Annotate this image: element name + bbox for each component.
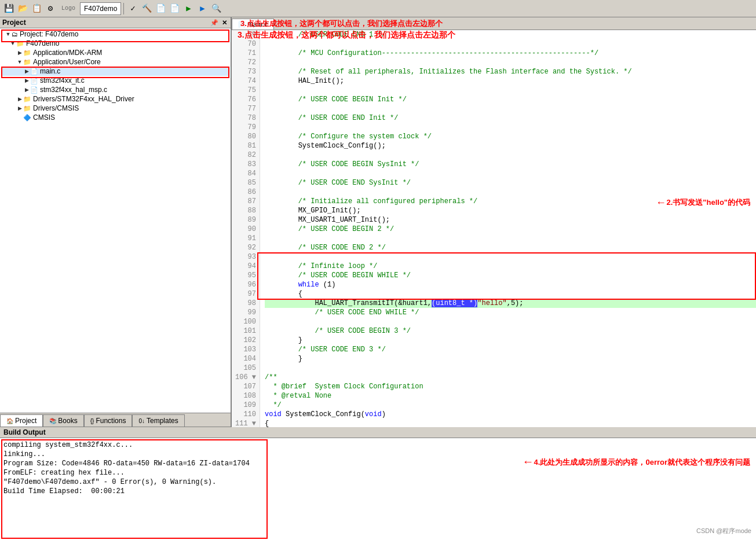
toolbar-btn-arrow-green[interactable]: ▶ xyxy=(182,2,195,15)
line-num-99: 99 xyxy=(235,308,256,317)
tree-item-main-c[interactable]: ▶ 📄 main.c xyxy=(1,67,229,76)
code-line-90[interactable]: /* USER CODE BEGIN 2 */ xyxy=(265,225,756,234)
code-line-88[interactable]: MX_GPIO_Init(); xyxy=(265,206,756,215)
code-line-89[interactable]: MX_USART1_UART_Init(); xyxy=(265,215,756,225)
code-line-77[interactable] xyxy=(265,104,756,113)
toolbar-btn-pages[interactable]: 📄 xyxy=(154,2,167,15)
code-line-104[interactable]: } xyxy=(265,354,756,363)
tab-functions[interactable]: {} Functions xyxy=(84,414,133,427)
tab-templates[interactable]: 0↓ Templates xyxy=(132,414,184,427)
code-line-99[interactable]: /* USER CODE END WHILE */ xyxy=(265,308,756,317)
toolbar-btn-logo[interactable]: Logo xyxy=(58,2,79,15)
toolbar-btn-build[interactable]: 🔨 xyxy=(140,2,153,15)
build-output-panel: Build Output compiling system_stm32f4xx.… xyxy=(0,427,756,540)
drv-cmsis-label: Drivers/CMSIS xyxy=(33,104,79,112)
code-line-106[interactable]: /** xyxy=(265,373,756,382)
code-line-95[interactable]: /* USER CODE BEGIN WHILE */ xyxy=(265,271,756,280)
tab-books[interactable]: 📚 Books xyxy=(43,414,83,427)
toolbar-btn-save[interactable]: 💾 xyxy=(2,2,15,15)
line-num-71: 71 xyxy=(235,49,256,58)
code-line-103[interactable]: /* USER CODE END 3 */ xyxy=(265,345,756,354)
toolbar-btn-gear[interactable]: ⚙ xyxy=(44,2,57,15)
tree-item-mdk-arm[interactable]: ▶ 📁 Application/MDK-ARM xyxy=(1,48,229,57)
tree-item-cmsis[interactable]: 🔷 CMSIS xyxy=(1,113,229,122)
code-line-74[interactable]: HAL_Init(); xyxy=(265,76,756,86)
code-line-97[interactable]: { xyxy=(265,289,756,299)
line-numbers: 69 70 71 72 73 74 75 76 77 78 79 80 81 8… xyxy=(232,30,260,427)
code-line-69[interactable]: /* USER CODE END 1 */ xyxy=(265,30,756,39)
code-area[interactable]: 69 70 71 72 73 74 75 76 77 78 79 80 81 8… xyxy=(232,30,756,427)
code-line-78[interactable]: /* USER CODE END Init */ xyxy=(265,113,756,123)
line-num-109: 109 xyxy=(235,401,256,410)
toolbar-btn-checkmark[interactable]: ✓ xyxy=(126,2,139,15)
tree-item-project-root[interactable]: ▼ 🗂 Project: F407demo xyxy=(1,30,229,39)
code-line-107[interactable]: * @brief System Clock Configuration xyxy=(265,382,756,391)
tab-templates-label: Templates xyxy=(147,417,178,425)
line-num-111: 111 ▼ xyxy=(235,419,256,427)
project-name-field[interactable]: F407demo xyxy=(80,2,121,15)
code-line-93[interactable] xyxy=(265,252,756,262)
mdk-label: Application/MDK-ARM xyxy=(33,49,102,57)
line-num-78: 78 xyxy=(235,113,256,123)
code-line-82[interactable] xyxy=(265,150,756,160)
line-num-79: 79 xyxy=(235,123,256,132)
toolbar-btn-copy2[interactable]: 📄 xyxy=(168,2,181,15)
books-tab-icon: 📚 xyxy=(49,418,56,424)
code-line-85[interactable]: /* USER CODE END SysInit */ xyxy=(265,178,756,188)
line-num-91: 91 xyxy=(235,234,256,243)
templates-tab-icon: 0↓ xyxy=(138,418,145,424)
code-line-96[interactable]: while (1) xyxy=(265,280,756,289)
editor-tab-main-c[interactable]: 📄 main.c xyxy=(232,19,274,30)
line-num-107: 107 xyxy=(235,382,256,391)
code-line-73[interactable]: /* Reset of all peripherals, Initializes… xyxy=(265,67,756,76)
close-icon[interactable]: ✕ xyxy=(221,19,228,27)
toolbar-btn-open[interactable]: 📂 xyxy=(16,2,29,15)
code-line-109[interactable]: */ xyxy=(265,401,756,410)
tree-item-f407demo[interactable]: ▼ 📁 F407demo xyxy=(1,39,229,48)
code-line-100[interactable] xyxy=(265,317,756,326)
code-line-91[interactable] xyxy=(265,234,756,243)
code-line-110[interactable]: void SystemClock_Config(void) xyxy=(265,410,756,419)
code-line-87[interactable]: /* Initialize all configured peripherals… xyxy=(265,197,756,206)
code-line-71[interactable]: /* MCU Configuration--------------------… xyxy=(265,49,756,58)
code-line-98[interactable]: HAL_UART_TransmitIT(&huart1,(uint8_t *)"… xyxy=(265,299,756,308)
toolbar-btn-copy[interactable]: 📋 xyxy=(30,2,43,15)
tree-item-drivers-hal[interactable]: ▶ 📁 Drivers/STM32F4xx_HAL_Driver xyxy=(1,94,229,104)
tab-functions-label: Functions xyxy=(96,417,126,425)
mainc-icon: 📄 xyxy=(30,68,38,75)
line-num-94: 94 xyxy=(235,262,256,271)
code-line-102[interactable]: } xyxy=(265,336,756,345)
tree-item-drivers-cmsis[interactable]: ▶ 📁 Drivers/CMSIS xyxy=(1,104,229,113)
code-line-101[interactable]: /* USER CODE BEGIN 3 */ xyxy=(265,326,756,336)
code-line-81[interactable]: SystemClock_Config(); xyxy=(265,141,756,150)
functions-tab-icon: {} xyxy=(90,418,94,424)
toolbar-btn-debug[interactable]: 🔍 xyxy=(210,2,222,15)
hal-msp-expand: ▶ xyxy=(23,87,30,93)
line-num-88: 88 xyxy=(235,206,256,215)
tree-item-user-core[interactable]: ▼ 📁 Application/User/Core xyxy=(1,57,229,67)
code-line-105[interactable] xyxy=(265,363,756,373)
code-line-72[interactable] xyxy=(265,58,756,67)
code-line-94[interactable]: /* Infinite loop */ xyxy=(265,262,756,271)
code-line-79[interactable] xyxy=(265,123,756,132)
drv-cmsis-icon: 📁 xyxy=(23,105,31,112)
code-lines[interactable]: /* USER CODE END 1 */ /* MCU Configurati… xyxy=(260,30,756,427)
editor-panel: 📄 main.c 3.点击生成按钮，这两个都可以点击，我们选择点击左边那个 69… xyxy=(232,17,756,427)
code-line-70[interactable] xyxy=(265,39,756,49)
code-line-75[interactable] xyxy=(265,86,756,95)
hal-msp-icon: 📄 xyxy=(30,86,38,94)
code-line-92[interactable]: /* USER CODE END 2 */ xyxy=(265,243,756,252)
code-line-84[interactable] xyxy=(265,169,756,178)
tree-item-hal-msp[interactable]: ▶ 📄 stm32f4xx_hal_msp.c xyxy=(1,85,229,94)
code-line-86[interactable] xyxy=(265,188,756,197)
code-line-76[interactable]: /* USER CODE BEGIN Init */ xyxy=(265,95,756,104)
tree-item-stm32-it[interactable]: ▶ 📄 stm32f4xx_it.c xyxy=(1,76,229,85)
code-line-80[interactable]: /* Configure the system clock */ xyxy=(265,132,756,141)
pin-icon[interactable]: 📌 xyxy=(209,19,220,27)
code-line-83[interactable]: /* USER CODE BEGIN SysInit */ xyxy=(265,160,756,169)
code-line-108[interactable]: * @retval None xyxy=(265,391,756,401)
tab-project[interactable]: 🏠 Project xyxy=(0,414,43,427)
code-line-111[interactable]: { xyxy=(265,419,756,427)
line-num-96: 96 xyxy=(235,280,256,289)
toolbar-btn-arrow-blue[interactable]: ▶ xyxy=(196,2,209,15)
